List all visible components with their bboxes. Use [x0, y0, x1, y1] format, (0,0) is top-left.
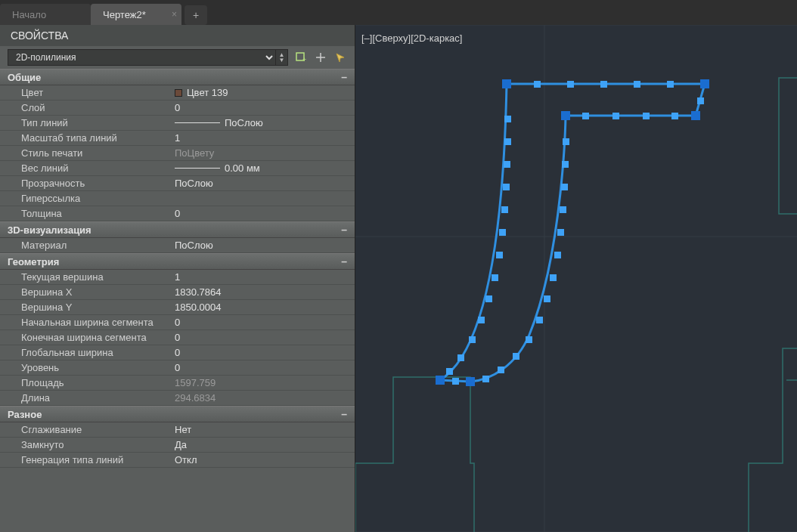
svg-rect-15 — [634, 81, 640, 88]
prop-material[interactable]: МатериалПоСлою — [0, 238, 355, 253]
color-swatch-icon — [175, 89, 182, 97]
prop-linetype[interactable]: Тип линийПоСлою — [0, 116, 355, 131]
section-header-geometry[interactable]: Геометрия – — [0, 253, 355, 270]
svg-rect-13 — [567, 81, 574, 88]
prop-fit-smooth[interactable]: СглаживаниеНет — [0, 422, 355, 438]
prop-vertex-y[interactable]: Вершина Y1850.0004 — [0, 300, 355, 315]
background-geometry — [355, 78, 797, 532]
selected-polyline[interactable] — [436, 79, 709, 386]
selector-stepper[interactable]: ▲▼ — [276, 49, 288, 66]
svg-rect-20 — [643, 113, 650, 119]
section-misc: Разное – СглаживаниеНет ЗамкнутоДа Генер… — [0, 406, 355, 468]
svg-rect-12 — [534, 81, 541, 88]
svg-rect-27 — [554, 252, 561, 258]
svg-rect-21 — [671, 113, 678, 119]
svg-rect-9 — [561, 111, 570, 120]
prop-length: Длина294.6834 — [0, 391, 355, 406]
prop-layer[interactable]: Слой0 — [0, 101, 355, 116]
svg-rect-17 — [697, 97, 704, 104]
svg-rect-45 — [469, 336, 476, 343]
svg-rect-35 — [504, 116, 511, 122]
section-3dvisualization: 3D-визуализация – МатериалПоСлою — [0, 221, 355, 253]
svg-rect-40 — [499, 229, 506, 236]
toggle-pim-icon[interactable]: + — [294, 51, 308, 64]
svg-rect-10 — [466, 377, 475, 386]
tab-label: Начало — [12, 9, 46, 20]
section-general: Общие – Цвет Цвет 139 Слой0 Тип линийПоС… — [0, 69, 355, 221]
collapse-icon[interactable]: – — [341, 224, 347, 236]
prop-global-width[interactable]: Глобальная ширина0 — [0, 345, 355, 360]
svg-rect-26 — [557, 229, 564, 236]
prop-plotstyle[interactable]: Стиль печатиПоЦвету — [0, 146, 355, 161]
svg-rect-37 — [504, 161, 510, 168]
svg-rect-6 — [502, 79, 511, 88]
polyline-grips[interactable] — [436, 79, 709, 386]
prop-color[interactable]: Цвет Цвет 139 — [0, 85, 355, 101]
properties-panel: СВОЙСТВА 2D-полилиния ▲▼ + — [0, 25, 355, 532]
close-icon[interactable]: × — [172, 9, 177, 20]
svg-rect-19 — [612, 113, 619, 119]
svg-rect-43 — [485, 295, 492, 302]
svg-rect-48 — [452, 378, 459, 385]
section-title: Геометрия — [8, 256, 59, 268]
drawing-canvas[interactable]: [–][Сверху][2D-каркас] — [355, 25, 797, 532]
collapse-icon[interactable]: – — [341, 255, 347, 268]
section-header-3dviz[interactable]: 3D-визуализация – — [0, 221, 355, 238]
prop-transparency[interactable]: ПрозрачностьПоСлою — [0, 176, 355, 191]
svg-rect-18 — [582, 113, 589, 119]
quick-select-icon[interactable] — [314, 51, 327, 64]
section-title: 3D-визуализация — [8, 224, 91, 236]
section-header-general[interactable]: Общие – — [0, 69, 355, 85]
prop-closed[interactable]: ЗамкнутоДа — [0, 438, 355, 453]
svg-rect-16 — [667, 81, 674, 88]
polyline-midpoint-grips[interactable] — [446, 81, 704, 385]
svg-rect-41 — [496, 252, 503, 258]
section-title: Разное — [8, 409, 42, 420]
section-header-misc[interactable]: Разное – — [0, 406, 355, 422]
svg-rect-38 — [503, 184, 510, 190]
prop-hyperlink[interactable]: Гиперссылка — [0, 191, 355, 206]
prop-ltscale[interactable]: Масштаб типа линий1 — [0, 131, 355, 146]
section-geometry: Геометрия – Текущая вершина1 Вершина X18… — [0, 253, 355, 406]
section-title: Общие — [8, 72, 41, 83]
svg-rect-34 — [482, 376, 489, 382]
svg-rect-28 — [550, 274, 557, 281]
svg-rect-7 — [700, 79, 709, 88]
svg-rect-8 — [691, 111, 700, 120]
svg-rect-30 — [536, 317, 543, 323]
prop-current-vertex[interactable]: Текущая вершина1 — [0, 270, 355, 285]
tab-start[interactable]: Начало — [0, 4, 91, 25]
panel-toolbar: 2D-полилиния ▲▼ + — [0, 46, 355, 69]
svg-rect-23 — [562, 161, 569, 168]
prop-linetype-gen[interactable]: Генерация типа линийОткл — [0, 453, 355, 468]
collapse-icon[interactable]: – — [341, 71, 347, 83]
object-type-selector[interactable]: 2D-полилиния ▲▼ — [8, 49, 288, 66]
svg-rect-44 — [478, 317, 485, 323]
svg-rect-46 — [457, 354, 464, 361]
prop-elevation[interactable]: Уровень0 — [0, 360, 355, 376]
tab-drawing2[interactable]: Чертеж2* × — [91, 4, 181, 25]
drawing-area[interactable] — [355, 25, 797, 532]
document-tabs: Начало Чертеж2* × + — [0, 0, 797, 25]
svg-rect-24 — [561, 184, 568, 190]
svg-rect-42 — [492, 274, 498, 281]
panel-title: СВОЙСТВА — [0, 25, 355, 46]
prop-thickness[interactable]: Толщина0 — [0, 206, 355, 221]
svg-rect-32 — [513, 353, 519, 360]
svg-rect-22 — [563, 138, 569, 145]
prop-end-seg-width[interactable]: Конечная ширина сегмента0 — [0, 330, 355, 345]
collapse-icon[interactable]: – — [341, 408, 347, 420]
object-type-select[interactable]: 2D-полилиния — [8, 49, 276, 66]
prop-lineweight[interactable]: Вес линий0.00 мм — [0, 161, 355, 176]
prop-area: Площадь1597.759 — [0, 376, 355, 391]
svg-rect-39 — [501, 206, 508, 213]
svg-rect-11 — [436, 376, 445, 385]
new-tab-button[interactable]: + — [185, 5, 207, 25]
svg-rect-36 — [504, 138, 511, 145]
prop-start-seg-width[interactable]: Начальная ширина сегмента0 — [0, 315, 355, 330]
svg-rect-25 — [560, 206, 566, 213]
svg-rect-14 — [600, 81, 607, 88]
select-objects-icon[interactable] — [333, 51, 347, 64]
prop-vertex-x[interactable]: Вершина X1830.7864 — [0, 285, 355, 300]
linetype-sample-icon — [175, 122, 220, 123]
